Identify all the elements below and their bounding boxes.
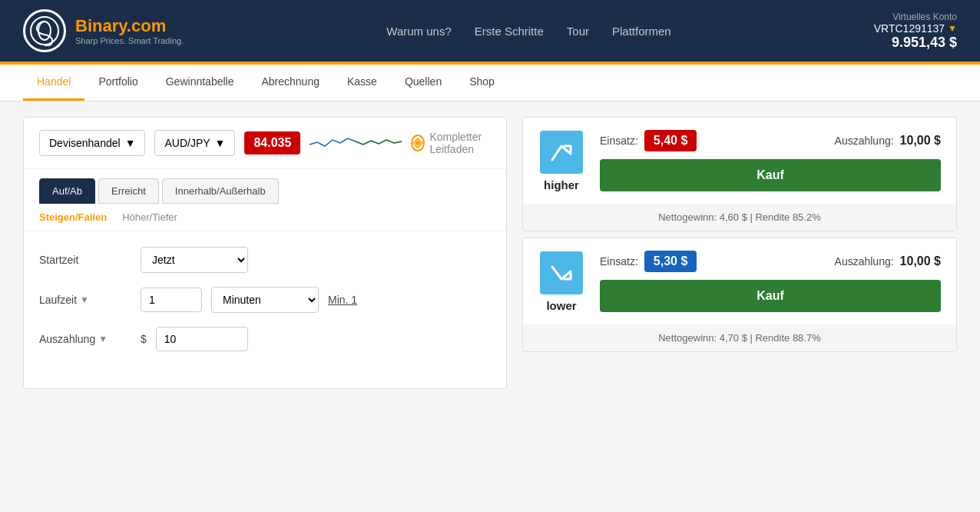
- market-label: Devisenhandel: [49, 137, 121, 149]
- guide-link[interactable]: Kompletter Leitfaden: [411, 131, 491, 155]
- higher-label: higher: [538, 178, 584, 191]
- auszahlung-arrow-icon: ▼: [98, 334, 108, 344]
- lower-card: lower Einsatz: 5,30 $ Auszahlung: 10,00 …: [522, 238, 957, 352]
- logo-brand: Binary.com: [75, 16, 184, 36]
- lower-arrow-icon: [548, 259, 575, 287]
- logo-binary: Binary: [75, 16, 127, 35]
- tab-portfolio[interactable]: Portfolio: [84, 65, 151, 101]
- higher-auszahlung-label: Auszahlung:: [835, 135, 894, 147]
- price-badge: 84.035: [244, 131, 300, 155]
- logo-area: Binary.com Sharp Prices. Smart Trading.: [23, 9, 184, 52]
- higher-top-row: Einsatz: 5,40 $ Auszahlung: 10,00 $: [600, 130, 941, 151]
- lower-icon: [540, 251, 583, 294]
- asset-label: AUD/JPY: [164, 137, 210, 149]
- account-label: Virtuelles Konto: [874, 12, 957, 22]
- lower-label: lower: [538, 299, 584, 312]
- logo-text: Binary.com Sharp Prices. Smart Trading.: [75, 16, 184, 45]
- startzeit-row: Startzeit Jetzt: [39, 247, 491, 273]
- laufzeit-row: Laufzeit ▼ Minuten Min. 1: [39, 287, 491, 313]
- lower-einsatz-value: 5,30 $: [644, 251, 697, 272]
- higher-einsatz-value: 5,40 $: [644, 130, 697, 151]
- higher-card: higher Einsatz: 5,40 $ Auszahlung: 10,00…: [522, 117, 957, 231]
- tab-kasse[interactable]: Kasse: [333, 65, 391, 101]
- lower-einsatz-label: Einsatz:: [600, 255, 638, 268]
- sub-hoeher[interactable]: Höher/Tiefer: [122, 211, 177, 223]
- higher-kauf-button[interactable]: Kauf: [600, 159, 941, 191]
- sparkline-svg: [310, 131, 402, 154]
- tab-innerhalb[interactable]: Innerhalb/Außerhalb: [162, 178, 279, 204]
- auszahlung-label[interactable]: Auszahlung ▼: [39, 333, 131, 345]
- higher-card-body: higher Einsatz: 5,40 $ Auszahlung: 10,00…: [523, 118, 956, 204]
- logo-tagline: Sharp Prices. Smart Trading.: [75, 36, 184, 45]
- dollar-prefix: $: [141, 333, 147, 345]
- logo-circle: [23, 9, 66, 52]
- higher-auszahlung-value: 10,00 $: [900, 134, 941, 148]
- tab-erreicht[interactable]: Erreicht: [98, 178, 159, 204]
- guide-label: Kompletter Leitfaden: [429, 131, 491, 155]
- auszahlung-input[interactable]: [156, 327, 248, 351]
- laufzeit-label[interactable]: Laufzeit ▼: [39, 294, 131, 306]
- laufzeit-min: Min. 1: [328, 294, 357, 306]
- higher-einsatz-label: Einsatz:: [600, 135, 638, 147]
- tab-quellen[interactable]: Quellen: [391, 65, 455, 101]
- logo-com: .com: [127, 16, 166, 35]
- nav-warum[interactable]: Warum uns?: [386, 25, 451, 38]
- nav-plattformen[interactable]: Plattformen: [612, 25, 671, 38]
- main-nav: Warum uns? Erste Schritte Tour Plattform…: [386, 25, 670, 38]
- account-info: Virtuelles Konto VRTC1291137 ▼ 9.951,43 …: [874, 12, 957, 51]
- account-id-text: VRTC1291137: [874, 22, 945, 35]
- sub-options: Steigen/Fallen Höher/Tiefer: [24, 204, 506, 231]
- trade-tabs: Auf/Ab Erreicht Innerhalb/Außerhalb: [24, 169, 506, 204]
- tab-abrechnung[interactable]: Abrechnung: [247, 65, 333, 101]
- market-chevron-icon: ▼: [125, 137, 136, 149]
- startzeit-label: Startzeit: [39, 254, 131, 266]
- lower-card-body: lower Einsatz: 5,30 $ Auszahlung: 10,00 …: [523, 238, 956, 324]
- svg-point-1: [38, 22, 51, 40]
- tab-auf-ab[interactable]: Auf/Ab: [39, 178, 95, 204]
- asset-chevron-icon: ▼: [215, 137, 226, 149]
- left-panel: Devisenhandel ▼ AUD/JPY ▼ 84.035 Komplet…: [23, 117, 507, 389]
- logo-icon: [29, 15, 60, 46]
- lower-kauf-button[interactable]: Kauf: [600, 280, 941, 312]
- laufzeit-unit-select[interactable]: Minuten: [211, 287, 319, 313]
- controls-row: Devisenhandel ▼ AUD/JPY ▼ 84.035 Komplet…: [24, 118, 506, 169]
- lower-top-row: Einsatz: 5,30 $ Auszahlung: 10,00 $: [600, 251, 941, 272]
- account-id[interactable]: VRTC1291137 ▼: [874, 22, 957, 35]
- header: Binary.com Sharp Prices. Smart Trading. …: [0, 0, 980, 62]
- higher-details: Einsatz: 5,40 $ Auszahlung: 10,00 $ Kauf: [600, 130, 941, 191]
- tab-handel[interactable]: Handel: [23, 65, 84, 101]
- laufzeit-input[interactable]: [141, 288, 202, 312]
- lower-footer: Nettogewinn: 4,70 $ | Rendite 88.7%: [523, 324, 956, 351]
- main-content: Devisenhandel ▼ AUD/JPY ▼ 84.035 Komplet…: [0, 101, 980, 404]
- balance-display: 9.951,43 $: [874, 35, 957, 51]
- higher-arrow-icon: [548, 138, 575, 166]
- sub-steigen[interactable]: Steigen/Fallen: [39, 211, 107, 223]
- tab-gewinntabelle[interactable]: Gewinntabelle: [152, 65, 248, 101]
- startzeit-select[interactable]: Jetzt: [141, 247, 248, 273]
- lower-auszahlung-label: Auszahlung:: [835, 255, 894, 268]
- sparkline-chart: [310, 131, 402, 156]
- auszahlung-row: Auszahlung ▼ $: [39, 327, 491, 351]
- nav-tour[interactable]: Tour: [567, 25, 589, 38]
- lower-details: Einsatz: 5,30 $ Auszahlung: 10,00 $ Kauf: [600, 251, 941, 312]
- laufzeit-arrow-icon: ▼: [80, 294, 89, 305]
- nav-erste[interactable]: Erste Schritte: [475, 25, 544, 38]
- market-select[interactable]: Devisenhandel ▼: [39, 130, 145, 156]
- nav-tabs: Handel Portfolio Gewinntabelle Abrechnun…: [0, 65, 980, 101]
- asset-select[interactable]: AUD/JPY ▼: [154, 130, 235, 156]
- higher-footer: Nettogewinn: 4,60 $ | Rendite 85.2%: [523, 204, 956, 231]
- tab-shop[interactable]: Shop: [455, 65, 508, 101]
- right-panel: higher Einsatz: 5,40 $ Auszahlung: 10,00…: [522, 117, 957, 352]
- lower-auszahlung-value: 10,00 $: [900, 254, 941, 268]
- form-area: Startzeit Jetzt Laufzeit ▼ Minuten Min. …: [24, 231, 506, 388]
- higher-icon: [540, 131, 583, 174]
- guide-icon: [411, 135, 425, 151]
- account-chevron-icon: ▼: [948, 23, 957, 34]
